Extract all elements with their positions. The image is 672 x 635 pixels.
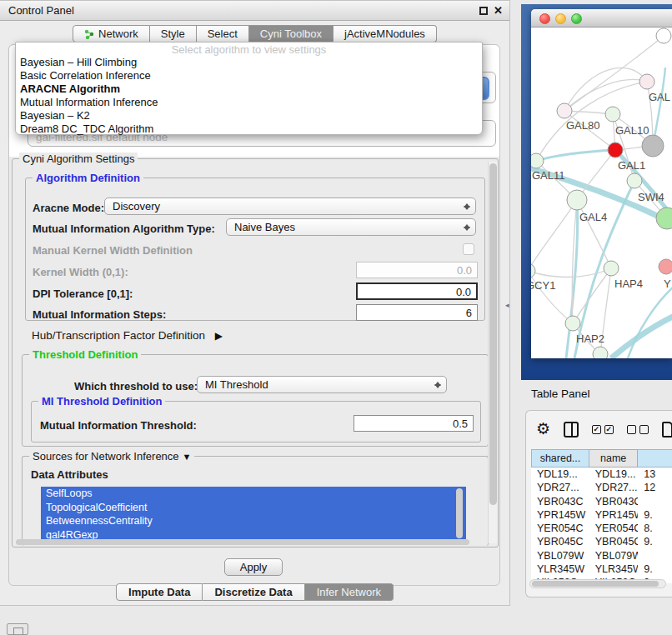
network-node-gal1[interactable] — [608, 142, 623, 158]
network-node-gal[interactable] — [639, 74, 654, 89]
tab-jactivemnodules[interactable]: jActiveMNodules — [333, 25, 437, 42]
dpi-tolerance-field[interactable]: 0.0 — [356, 282, 478, 300]
top-tab-bar: NetworkStyleSelectCyni ToolboxjActiveMNo… — [0, 25, 509, 42]
table-row[interactable]: YBR043CYBR043C — [531, 495, 672, 508]
dropdown-item-bayesian-k2[interactable]: Bayesian – K2 — [16, 109, 482, 122]
minimized-panel-icon[interactable] — [7, 623, 28, 635]
network-node[interactable] — [593, 347, 608, 358]
expand-right-icon: ▶ — [215, 330, 223, 342]
network-window-titlebar — [531, 9, 672, 28]
network-node-hap4[interactable] — [604, 261, 619, 276]
kernel-width-label: Kernel Width (0,1): — [33, 266, 128, 278]
table-cell: 9. — [638, 508, 672, 522]
list-item-betweennesscentrality[interactable]: BetweennessCentrality — [41, 514, 466, 528]
settings-vertical-scrollbar[interactable] — [488, 162, 498, 543]
dropdown-item-mutual-information-inference[interactable]: Mutual Information Inference — [16, 96, 482, 109]
column-header-extra[interactable] — [638, 449, 672, 468]
table-cell: 8. — [638, 522, 672, 535]
table-row[interactable]: YLR345WYLR345W9. — [531, 562, 672, 576]
settings-vscroll-thumb[interactable] — [489, 163, 497, 505]
split-columns-icon[interactable] — [564, 422, 579, 438]
table-cell: YBR043C — [531, 495, 589, 508]
list-item-selfloops[interactable]: SelfLoops — [41, 487, 466, 501]
combo-stepper-icon[interactable] — [463, 200, 471, 213]
table-cell: YER054C — [531, 522, 589, 535]
network-node-gal4[interactable] — [567, 190, 587, 210]
network-edge — [531, 268, 611, 278]
column-header-shared[interactable]: shared... — [531, 449, 589, 468]
tab-discretize-data[interactable]: Discretize Data — [203, 583, 304, 601]
network-node[interactable] — [656, 28, 671, 43]
tab-style[interactable]: Style — [150, 25, 197, 42]
mi-threshold-label: Mutual Information Threshold: — [40, 419, 197, 432]
network-node-y[interactable] — [659, 259, 672, 274]
tab-select[interactable]: Select — [197, 25, 249, 42]
close-traffic-light-icon[interactable] — [539, 13, 550, 24]
mi-steps-field[interactable]: 6 — [356, 304, 478, 321]
minimize-traffic-light-icon[interactable] — [555, 13, 566, 24]
network-node-gcy1[interactable] — [531, 263, 535, 278]
aracne-mode-combo[interactable]: Discovery — [104, 198, 476, 215]
splitter-collapse-icon[interactable]: ◂ — [505, 301, 509, 309]
dropdown-item-dream8-dc-tdc-algorithm[interactable]: Dream8 DC_TDC Algorithm — [16, 122, 482, 136]
table-row[interactable]: YBL079WYBL079W — [531, 549, 672, 562]
network-node-gal11[interactable] — [531, 153, 544, 168]
network-node-gal80[interactable] — [557, 103, 572, 118]
settings-horizontal-scrollbar[interactable] — [14, 538, 486, 546]
network-node-gal10[interactable] — [605, 107, 620, 122]
table-row[interactable]: YBR045CYBR045C9. — [531, 535, 672, 548]
table-row[interactable]: YDR27...YDR27...12 — [531, 481, 672, 494]
table-cell: YPR145W — [589, 508, 639, 522]
sources-title[interactable]: Sources for Network Inference▼ — [29, 450, 194, 462]
dropdown-placeholder: Select algorithm to view settings — [16, 43, 482, 56]
tab-infer-network[interactable]: Infer Network — [305, 583, 394, 601]
float-window-icon[interactable] — [479, 7, 488, 15]
select-all-checkboxes-icon[interactable]: ✓ ✓ — [592, 425, 614, 434]
mi-threshold-group: MI Threshold Definition Mutual Informati… — [31, 401, 481, 442]
tab-network[interactable]: Network — [73, 25, 150, 42]
deselect-all-checkboxes-icon[interactable] — [627, 425, 649, 434]
mi-type-combo[interactable]: Naive Bayes — [226, 218, 476, 236]
checked-box-icon: ✓ — [604, 425, 614, 434]
table-cell: 12 — [638, 481, 672, 494]
tab-cyni-toolbox[interactable]: Cyni Toolbox — [249, 25, 333, 42]
document-icon[interactable] — [662, 422, 672, 438]
dropdown-item-aracne-algorithm[interactable]: ARACNE Algorithm — [16, 82, 482, 96]
network-icon — [84, 29, 94, 39]
network-node-swi4[interactable] — [627, 173, 642, 188]
table-cell: YLR345W — [531, 562, 589, 576]
column-header-name[interactable]: name — [589, 449, 639, 468]
manual-kernel-checkbox[interactable] — [463, 243, 474, 255]
control-panel-titlebar: Control Panel ✕ — [0, 1, 509, 21]
network-node-hap2[interactable] — [565, 316, 580, 331]
which-threshold-combo[interactable]: MI Threshold — [197, 376, 447, 393]
mi-steps-label: Mutual Information Steps: — [33, 308, 166, 321]
aracne-mode-label: Aracne Mode: — [33, 202, 104, 214]
apply-button[interactable]: Apply — [224, 558, 283, 576]
table-horizontal-scrollbar[interactable] — [529, 579, 666, 588]
network-node[interactable] — [642, 135, 664, 157]
table-row[interactable]: YER054CYER054C8. — [531, 522, 672, 535]
mi-threshold-field[interactable]: 0.5 — [354, 415, 474, 432]
network-node[interactable] — [656, 208, 672, 229]
list-scrollbar-thumb[interactable] — [456, 488, 463, 538]
gear-icon[interactable]: ⚙ — [536, 421, 550, 438]
network-canvas[interactable]: GALGAL80GAL10GAL1GAL11SWI4GAL4GCY1HAP4YH… — [531, 28, 672, 358]
network-edge — [611, 314, 672, 358]
dropdown-item-basic-correlation-inference[interactable]: Basic Correlation Inference — [16, 69, 482, 82]
algorithm-definition-title: Algorithm Definition — [33, 172, 143, 184]
table-row[interactable]: YDL19...YDL19...13 — [531, 468, 672, 481]
zoom-traffic-light-icon[interactable] — [571, 13, 582, 24]
table-row[interactable]: YPR145WYPR145W9. — [531, 508, 672, 522]
close-icon[interactable]: ✕ — [494, 4, 503, 17]
combo-stepper-icon[interactable] — [463, 221, 471, 234]
settings-hscroll-thumb[interactable] — [16, 539, 469, 545]
tab-impute-data[interactable]: Impute Data — [116, 583, 203, 601]
table-hscroll-thumb[interactable] — [532, 581, 659, 587]
kernel-width-field[interactable]: 0.0 — [356, 262, 478, 278]
combo-stepper-icon[interactable] — [434, 378, 442, 392]
network-edge — [653, 68, 665, 146]
dropdown-item-bayesian-hill-climbing[interactable]: Bayesian – Hill Climbing — [16, 56, 482, 69]
hub-definition-expander[interactable]: Hub/Transcription Factor Definition ▶ — [32, 329, 223, 342]
list-item-topologicalcoefficient[interactable]: TopologicalCoefficient — [41, 501, 466, 515]
